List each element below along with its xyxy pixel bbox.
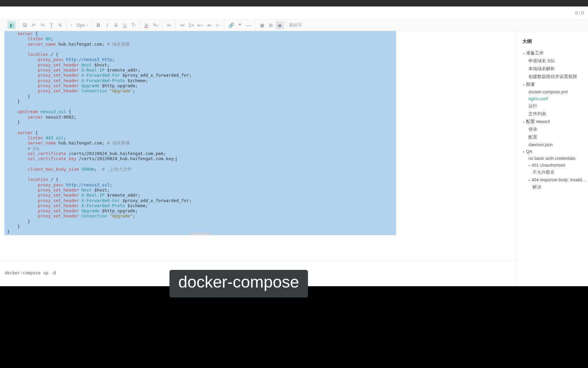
- font-size-select[interactable]: 15px ▾: [75, 23, 89, 28]
- outline-item[interactable]: ▾准备工作: [520, 49, 587, 57]
- outline-item[interactable]: 配置: [520, 134, 587, 141]
- editor-toolbar: ◧ 🖫 ↶ ↷ Ṯ ✎ ▾ 15px ▾ B I S U T▾ A▾ ✎▾ ≡▾…: [0, 19, 588, 31]
- image-button[interactable]: ▣: [258, 21, 266, 29]
- script-button[interactable]: T▾: [130, 21, 138, 29]
- outline-item-label: 运行: [528, 104, 537, 108]
- outline-item-label: 配置: [528, 135, 537, 140]
- strike-button[interactable]: S: [112, 21, 120, 29]
- outline-item[interactable]: ▾404 response body: invalid charac: [520, 177, 587, 183]
- outline-item[interactable]: ▾部署: [520, 81, 587, 89]
- text-color-button[interactable]: A▾: [143, 21, 151, 29]
- outline-item[interactable]: 运行: [520, 102, 587, 110]
- outline-item[interactable]: 不允许匿名: [520, 169, 587, 177]
- outline-item[interactable]: daemon.json: [520, 141, 587, 148]
- chevron-down-icon: ▾: [523, 150, 525, 154]
- outline-item-label: 404 response body: invalid charac: [532, 178, 587, 182]
- italic-button[interactable]: I: [103, 21, 111, 29]
- outline-item-label: 申请域名 SSL: [528, 59, 555, 63]
- underline-button[interactable]: U: [121, 21, 129, 29]
- outline-item-label: nginx.conf: [528, 96, 548, 101]
- undo-button[interactable]: ↶: [30, 21, 38, 29]
- outline-item-label: 登录: [528, 127, 537, 132]
- outline-item-label: 解决: [533, 185, 541, 189]
- font-family-select[interactable]: ▾: [69, 24, 74, 27]
- outline-item[interactable]: ▾配置 nexus3: [520, 118, 587, 126]
- outline-item-label: 配置 nexus3: [526, 119, 550, 124]
- outline-item-label: no basic auth credentials: [528, 156, 575, 161]
- outline-item-label: 创建数据路径并设置权限: [528, 74, 577, 79]
- format-painter-button[interactable]: ◧: [7, 21, 16, 29]
- code-block-nginx[interactable]: server { listen 80; server_name hub.haif…: [4, 31, 396, 235]
- outline-item[interactable]: no basic auth credentials: [520, 155, 587, 162]
- outline-item-label: 不允许匿名: [533, 170, 555, 175]
- material-library-button[interactable]: 素材库: [287, 22, 302, 28]
- line-height-button[interactable]: ↕▾: [214, 21, 222, 29]
- bullet-list-button[interactable]: •≡: [178, 21, 186, 29]
- outline-item[interactable]: ▾QA: [520, 148, 587, 155]
- save-button[interactable]: 🖫: [21, 21, 29, 29]
- horizontal-scroll-thumb[interactable]: [191, 233, 210, 235]
- table-button[interactable]: ⊞: [267, 21, 275, 29]
- outline-item-label: QA: [526, 149, 532, 154]
- clear-format-button[interactable]: Ṯ: [47, 21, 55, 29]
- chevron-down-icon: ▾: [528, 179, 530, 182]
- outline-item-label: 本地域名解析: [528, 66, 555, 71]
- outdent-button[interactable]: ⇤▾: [196, 21, 204, 29]
- outline-item[interactable]: docker-compose.yml: [520, 89, 587, 95]
- quote-button[interactable]: ❝: [236, 21, 244, 29]
- outline-item[interactable]: 本地域名解析: [520, 65, 587, 73]
- hr-button[interactable]: —: [245, 21, 253, 29]
- outline-item[interactable]: 登录: [520, 126, 587, 134]
- search-counter: 0 / 0: [575, 10, 584, 15]
- chevron-down-icon: ▾: [523, 120, 525, 124]
- outline-toggle-button[interactable]: ≣: [276, 21, 284, 29]
- brush-button[interactable]: ✎: [56, 21, 64, 29]
- outline-item[interactable]: ▾401 Unauthorized: [520, 162, 587, 169]
- outline-item-label: 准备工作: [526, 51, 544, 56]
- number-list-button[interactable]: 1≡: [187, 21, 195, 29]
- bold-button[interactable]: B: [94, 21, 102, 29]
- caption-overlay: docker-compose: [169, 270, 308, 297]
- outline-item-label: daemon.json: [528, 142, 553, 147]
- indent-button[interactable]: ⇥▾: [205, 21, 213, 29]
- outline-item[interactable]: 申请域名 SSL: [520, 57, 587, 65]
- bottom-bar: [0, 286, 588, 368]
- outline-title: 大纲: [520, 39, 587, 49]
- outline-item-label: 401 Unauthorized: [532, 163, 565, 168]
- highlight-button[interactable]: ✎▾: [152, 21, 160, 29]
- outline-item[interactable]: 解决: [520, 183, 587, 191]
- redo-button[interactable]: ↷: [38, 21, 47, 29]
- window-titlebar: [0, 0, 588, 6]
- chevron-down-icon: ▾: [523, 83, 525, 87]
- chevron-down-icon: ▾: [523, 52, 525, 55]
- section-heading: ㅤ: [0, 235, 517, 251]
- outline-item-label: docker-compose.yml: [528, 90, 568, 94]
- search-counter-row: 0 / 0: [0, 6, 588, 19]
- text-cursor: [176, 157, 177, 162]
- align-button[interactable]: ≡▾: [165, 21, 173, 29]
- outline-item[interactable]: nginx.conf: [520, 95, 587, 102]
- link-button[interactable]: 🔗: [227, 21, 235, 29]
- outline-item[interactable]: 创建数据路径并设置权限: [520, 73, 587, 81]
- outline-item-label: 部署: [526, 82, 535, 87]
- chevron-down-icon: ▾: [528, 164, 530, 167]
- outline-item[interactable]: 文件列表: [520, 110, 587, 118]
- outline-item-label: 文件列表: [528, 111, 546, 116]
